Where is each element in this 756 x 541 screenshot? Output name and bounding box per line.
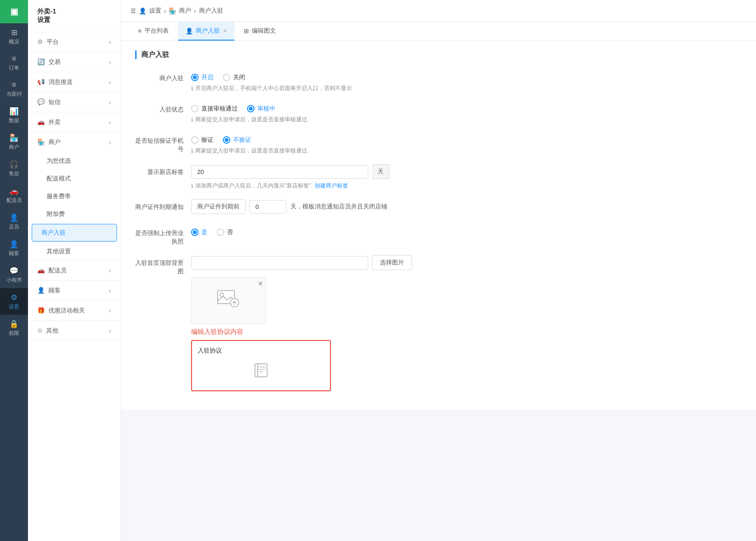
breadcrumb-item-merchant: 商户 (179, 7, 191, 15)
facepay-icon: ≡ (12, 81, 16, 89)
bg-image-url-input[interactable] (191, 256, 368, 270)
sidebar-item-other-settings[interactable]: 其他设置 (28, 243, 121, 260)
settings-nav-icon: ⚙ (11, 293, 17, 302)
radio-no-verify-circle (223, 136, 230, 144)
nav-item-orders[interactable]: ≡ 订单 (0, 50, 28, 76)
nav-item-merchant[interactable]: 🏪 商户 (0, 129, 28, 155)
image-placeholder-icon (217, 290, 240, 312)
nav-label-delivery: 配送员 (7, 197, 22, 204)
sms-verify-radio-group: 验证 不验证 (191, 133, 742, 144)
radio-verify-label: 验证 (201, 136, 213, 144)
nav-item-staff[interactable]: 👤 店员 (0, 208, 28, 235)
hint-info-icon-3: ℹ (191, 148, 193, 154)
merchant-entry-radio-group: 开启 关闭 (191, 70, 742, 82)
section-title: 商户入驻 (135, 50, 742, 59)
nav-item-overview[interactable]: ⊞ 概况 (0, 23, 28, 50)
status-direct[interactable]: 直接审核通过 (191, 104, 238, 113)
staff-icon: 👤 (9, 213, 19, 222)
hint-info-icon-2: ℹ (191, 117, 193, 123)
sidebar-item-delivery-mode[interactable]: 配送模式 (28, 170, 121, 187)
edit-protocol-row: 编辑入驻协议内容 (191, 328, 742, 336)
merchant-sidebar-icon: 🏪 (37, 139, 45, 146)
merchant-entry-label: 商户入驻 (135, 70, 191, 83)
nav-label-data: 数据 (9, 117, 19, 124)
merchant-entry-tab-close[interactable]: ✕ (223, 28, 227, 34)
sidebar-item-service-fee[interactable]: 服务费率 (28, 187, 121, 205)
hint-text-3: 商家提交入驻申请后，设置是否直接审核通过. (195, 147, 309, 155)
sidebar-item-delivery-staff[interactable]: 🚗配送员 ∨ (28, 261, 121, 280)
platform-list-tab-label: 平台列表 (144, 27, 169, 35)
nav-item-data[interactable]: 📊 数据 (0, 102, 28, 129)
sidebar-item-recommended[interactable]: 为您优选 (28, 152, 121, 170)
overview-icon: ⊞ (11, 28, 17, 37)
sidebar-item-sms[interactable]: 💬短信 ∨ (28, 92, 121, 112)
cert-notify-field: 商户证件到期前 天，模板消息通知店员并且关闭店铺 (191, 199, 742, 214)
select-image-button[interactable]: 选择图片 (372, 255, 412, 270)
sidebar-item-customer-menu[interactable]: 👤顾客 ∨ (28, 281, 121, 300)
sidebar-item-other[interactable]: ⊙其他 ∨ (28, 321, 121, 340)
merchant-entry-tab-icon: 👤 (186, 28, 193, 35)
platform-chevron: ∨ (108, 40, 111, 45)
merchant-entry-on[interactable]: 开启 (191, 73, 213, 82)
nav-item-aftersale[interactable]: 🎧 售后 (0, 155, 28, 182)
sidebar-item-promotions[interactable]: 🎁优惠活动相关 ∨ (28, 301, 121, 320)
nav-item-customer[interactable]: 👤 顾客 (0, 235, 28, 262)
merchant-entry-off[interactable]: 关闭 (223, 73, 245, 82)
takeout-chevron: ∨ (108, 120, 111, 125)
sidebar-item-merchant-entry[interactable]: 商户入驻 (32, 224, 117, 242)
entry-status-radio-group: 直接审核通过 审核中 (191, 102, 742, 113)
nav-item-permissions[interactable]: 🔒 权限 (0, 315, 28, 341)
tab-edit-content[interactable]: ⊞ 编辑图文 (236, 22, 283, 41)
sidebar-item-merchant[interactable]: 🏪商户 ∧ (28, 132, 121, 152)
tab-merchant-entry[interactable]: 👤 商户入驻 ✕ (178, 22, 234, 41)
sidebar-item-message[interactable]: 📢消息推送 ∨ (28, 72, 121, 92)
sidebar-item-extra-fee[interactable]: 附加费 (28, 205, 121, 223)
protocol-box[interactable]: 入驻协议 (191, 340, 331, 391)
sidebar-item-trade[interactable]: 🔄交易 ∨ (28, 52, 121, 72)
delivery-nav-icon: 🚗 (9, 187, 19, 195)
new-store-tag-input[interactable] (191, 165, 368, 179)
upload-no[interactable]: 否 (217, 228, 233, 236)
sidebar-item-takeout[interactable]: 🚗外卖 ∨ (28, 112, 121, 132)
message-icon: 📢 (37, 78, 45, 85)
bg-image-field: 选择图片 ✕ (191, 255, 742, 391)
delivery-staff-chevron: ∨ (108, 268, 111, 273)
new-store-tag-row: 显示新店标签 天 ℹ 添加商户或商户入驻后，几天内显示"新店标签". 创建商户标… (135, 164, 742, 190)
new-store-tag-label: 显示新店标签 (135, 164, 191, 176)
nav-item-settings[interactable]: ⚙ 设置 (0, 288, 28, 315)
sidebar-title: 外卖-1 设置 (28, 0, 121, 32)
tab-platform-list[interactable]: ≡ 平台列表 (131, 22, 176, 41)
sidebar-section-trade: 🔄交易 ∨ (28, 52, 121, 72)
radio-no-circle (217, 229, 224, 236)
radio-off-label: 关闭 (233, 73, 245, 82)
sidebar-section-promotions: 🎁优惠活动相关 ∨ (28, 301, 121, 321)
platform-list-tab-icon: ≡ (138, 28, 142, 35)
radio-verify-circle (191, 136, 199, 144)
nav-item-facepay[interactable]: ≡ 当面付 (0, 76, 28, 102)
merchant-entry-hint: ℹ 开启商户入驻后，手机端个人中心页面将开启入口，否则不显示 (191, 84, 742, 92)
sidebar-section-delivery-staff: 🚗配送员 ∨ (28, 261, 121, 281)
image-close-button[interactable]: ✕ (258, 280, 263, 287)
sidebar-section-takeout: 🚗外卖 ∨ (28, 112, 121, 132)
sms-verify-yes[interactable]: 验证 (191, 136, 213, 144)
nav-item-miniapp[interactable]: 💬 小程序 (0, 262, 28, 288)
customer-nav-icon: 👤 (9, 240, 19, 249)
promotions-chevron: ∨ (108, 308, 111, 313)
promotions-icon: 🎁 (37, 307, 45, 314)
sidebar-item-platform[interactable]: ⚙平台 ∨ (28, 32, 121, 52)
sidebar: 外卖-1 设置 ⚙平台 ∨ 🔄交易 ∨ 📢消息推送 ∨ 💬短信 ∨ 🚗外卖 (28, 0, 121, 541)
nav-item-delivery[interactable]: 🚗 配送员 (0, 182, 28, 208)
sms-verify-row: 是否短信验证手机号 验证 不验证 ℹ 商家提交入 (135, 133, 742, 155)
upload-yes[interactable]: 是 (191, 228, 207, 236)
entry-status-label: 入驻状态 (135, 102, 191, 114)
create-merchant-tag-link[interactable]: 创建商户标签 (315, 182, 348, 190)
nav-label-merchant: 商户 (9, 144, 19, 151)
merchant-entry-row: 商户入驻 开启 关闭 ℹ 开启商户入驻后，手机端 (135, 70, 742, 92)
radio-off-circle (223, 74, 230, 81)
sidebar-section-other: ⊙其他 ∨ (28, 321, 121, 341)
radio-yes-circle (191, 229, 199, 236)
cert-value-input[interactable] (249, 200, 287, 214)
sms-verify-no[interactable]: 不验证 (223, 136, 251, 144)
status-reviewing[interactable]: 审核中 (247, 104, 275, 113)
merchant-entry-tab-label: 商户入驻 (196, 27, 220, 35)
